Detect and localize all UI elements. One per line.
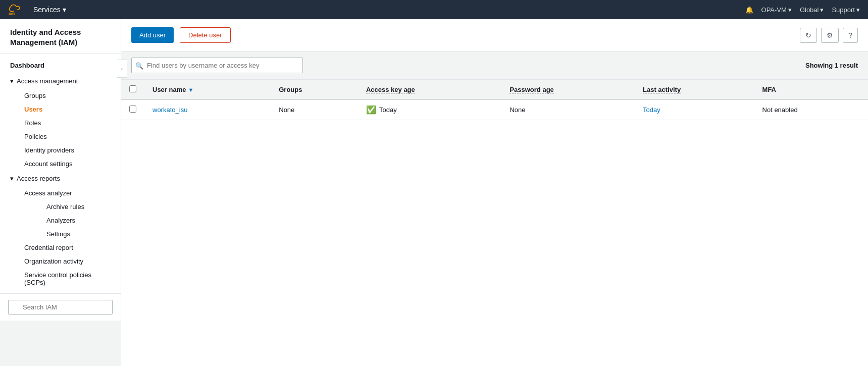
top-nav: aws Services ▾ 🔔 OPA-VM ▾ Global ▾ Suppo… (0, 0, 868, 19)
select-all-checkbox[interactable] (129, 85, 136, 92)
search-input[interactable] (131, 58, 303, 73)
sidebar-item-users[interactable]: Users (14, 102, 121, 116)
sidebar-section-access-management[interactable]: ▾ Access management (0, 73, 121, 89)
refresh-button[interactable]: ↻ (800, 28, 817, 43)
app-layout: Identity and Access Management (IAM) Das… (0, 19, 868, 366)
toolbar-right: ↻ ⚙ ? (800, 28, 858, 43)
sort-icon: ▼ (188, 87, 193, 93)
row-checkbox-cell (121, 99, 144, 120)
last-activity-cell: Today (635, 99, 754, 120)
support-chevron-icon: ▾ (856, 6, 860, 14)
add-user-button[interactable]: Add user (131, 27, 174, 43)
settings-button[interactable]: ⚙ (821, 28, 839, 43)
sidebar-search-wrapper: 🔍 (8, 300, 113, 315)
access-reports-items: Access analyzer Archive rules Analyzers … (0, 186, 121, 289)
password-age-cell: None (501, 99, 635, 120)
last-activity-column-header: Last activity (635, 80, 754, 100)
content-toolbar: Add user Delete user ↻ ⚙ ? (121, 19, 868, 51)
services-menu[interactable]: Services ▾ (33, 6, 66, 14)
top-nav-left: aws Services ▾ (8, 4, 66, 16)
select-all-column (121, 80, 144, 100)
sidebar-item-dashboard[interactable]: Dashboard (0, 58, 121, 73)
table-body: workato_isu None ✅ Today None Today Not … (121, 99, 868, 120)
access-key-age-cell: ✅ Today (358, 99, 501, 120)
table-header-row: User name ▼ Groups Access key age Passwo… (121, 80, 868, 100)
support-label: Support (832, 6, 855, 14)
users-table: User name ▼ Groups Access key age Passwo… (121, 80, 868, 120)
support-menu[interactable]: Support ▾ (832, 6, 860, 14)
last-activity-link[interactable]: Today (643, 106, 660, 114)
delete-user-button[interactable]: Delete user (180, 27, 230, 43)
region-chevron-icon: ▾ (820, 6, 824, 14)
results-count: Showing 1 result (805, 62, 858, 69)
help-button[interactable]: ? (843, 28, 858, 43)
sidebar-item-organization-activity[interactable]: Organization activity (14, 254, 121, 268)
password-age-column-header: Password age (501, 80, 635, 100)
search-input-wrapper: 🔍 (131, 58, 303, 73)
sidebar-item-identity-providers[interactable]: Identity providers (14, 143, 121, 157)
sidebar-nav: Dashboard ▾ Access management Groups Use… (0, 54, 121, 293)
username-cell: workato_isu (144, 99, 271, 120)
sidebar-container: Identity and Access Management (IAM) Das… (0, 19, 121, 366)
account-menu[interactable]: OPA-VM ▾ (761, 6, 792, 14)
sidebar-item-scps[interactable]: Service control policies (SCPs) (14, 268, 121, 289)
access-key-status: ✅ Today (366, 105, 493, 115)
mfa-column-header: MFA (754, 80, 868, 100)
sidebar: Identity and Access Management (IAM) Das… (0, 19, 121, 321)
account-chevron-icon: ▾ (788, 6, 792, 14)
sidebar-item-archive-rules[interactable]: Archive rules (36, 200, 121, 214)
sidebar-section-access-reports[interactable]: ▾ Access reports (0, 171, 121, 186)
access-reports-label: Access reports (17, 175, 60, 182)
account-label: OPA-VM (761, 6, 787, 14)
sidebar-item-analyzers[interactable]: Analyzers (36, 214, 121, 227)
top-nav-right: 🔔 OPA-VM ▾ Global ▾ Support ▾ (745, 6, 860, 14)
sidebar-collapse-button[interactable]: ‹ (117, 60, 127, 78)
groups-column-header: Groups (271, 80, 358, 100)
sidebar-item-policies[interactable]: Policies (14, 130, 121, 143)
groups-cell: None (271, 99, 358, 120)
sidebar-item-credential-report[interactable]: Credential report (14, 241, 121, 254)
sidebar-title: Identity and Access Management (IAM) (0, 19, 121, 54)
check-icon: ✅ (366, 105, 376, 115)
sidebar-item-groups[interactable]: Groups (14, 89, 121, 102)
bell-icon[interactable]: 🔔 (745, 6, 753, 14)
sidebar-search: 🔍 (0, 293, 121, 321)
chevron-down-icon: ▾ (10, 77, 14, 85)
access-management-items: Groups Users Roles Policies Identity pro… (0, 89, 121, 171)
access-key-age-column-header: Access key age (358, 80, 501, 100)
sidebar-item-access-analyzer[interactable]: Access analyzer (14, 186, 121, 200)
access-key-age-value: Today (379, 106, 397, 114)
access-management-label: Access management (17, 77, 78, 85)
main-content: Add user Delete user ↻ ⚙ ? 🔍 Showing 1 r… (121, 19, 868, 366)
services-chevron-icon: ▾ (63, 6, 66, 14)
toolbar-left: Add user Delete user (131, 27, 231, 43)
table-row: workato_isu None ✅ Today None Today Not … (121, 99, 868, 120)
username-link[interactable]: workato_isu (152, 106, 187, 114)
search-bar-wrapper: 🔍 Showing 1 result (121, 51, 868, 80)
sidebar-item-analyzer-settings[interactable]: Settings (36, 227, 121, 241)
row-checkbox[interactable] (129, 106, 136, 113)
services-label: Services (33, 6, 61, 14)
sidebar-search-input[interactable] (8, 300, 113, 315)
region-menu[interactable]: Global ▾ (800, 6, 824, 14)
sidebar-item-roles[interactable]: Roles (14, 116, 121, 130)
access-analyzer-subitems: Archive rules Analyzers Settings (14, 200, 121, 241)
region-label: Global (800, 6, 819, 14)
search-icon: 🔍 (135, 62, 143, 69)
mfa-cell: Not enabled (754, 99, 868, 120)
username-column-header[interactable]: User name ▼ (144, 80, 271, 100)
aws-logo[interactable]: aws (8, 4, 27, 16)
sidebar-item-account-settings[interactable]: Account settings (14, 157, 121, 171)
chevron-down-icon-reports: ▾ (10, 175, 14, 182)
svg-text:aws: aws (9, 12, 15, 15)
